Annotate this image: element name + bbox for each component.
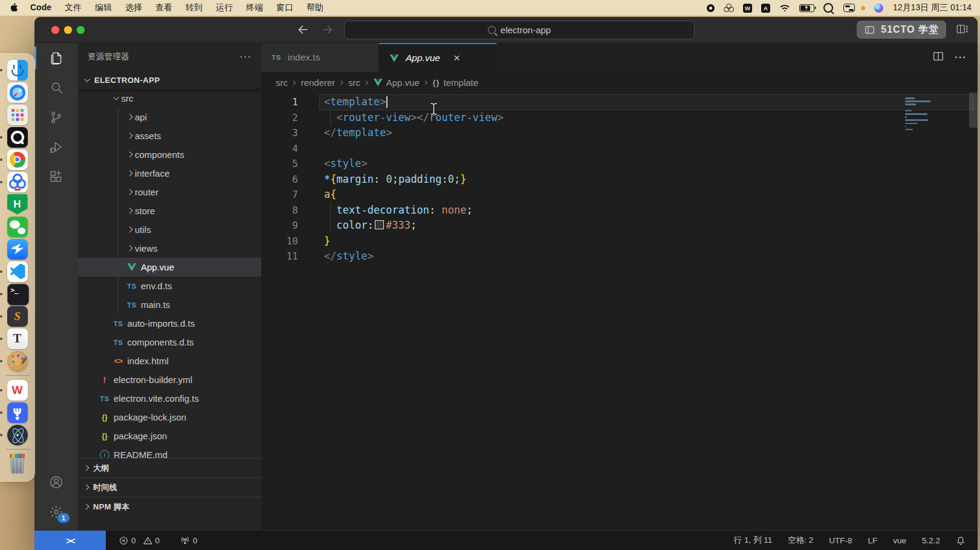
tree-item-views[interactable]: views (78, 239, 261, 258)
dock-item[interactable]: Ψ (7, 402, 28, 423)
tree-item-electron-builder.yml[interactable]: !electron-builder.yml (78, 370, 261, 389)
code-line-1[interactable]: 1<template> (261, 94, 978, 110)
maximize-window-button[interactable] (77, 26, 85, 34)
code-line-11[interactable]: 11</style> (261, 249, 978, 264)
tree-item-api[interactable]: api (78, 108, 261, 126)
menubar-clock[interactable]: 12月13日 周三 01:14 (893, 2, 972, 13)
dock-item[interactable]: W (7, 380, 28, 401)
forward-arrow-icon[interactable] (320, 22, 335, 37)
dock-item[interactable] (7, 149, 28, 170)
tree-item-store[interactable]: store (78, 201, 261, 220)
tree-item-components[interactable]: components (78, 145, 261, 164)
dock-item[interactable] (7, 82, 28, 103)
dock-item[interactable]: T (7, 329, 28, 349)
breadcrumb-item-src[interactable]: src (276, 77, 288, 88)
code-line-8[interactable]: 8 text-decoration: none; (261, 203, 978, 218)
dock-item[interactable] (7, 217, 28, 237)
tree-item-components.d.ts[interactable]: TScomponents.d.ts (78, 333, 261, 352)
menubar-item-Code[interactable]: Code (24, 2, 58, 13)
code-line-5[interactable]: 5<style> (261, 156, 978, 172)
siri-icon[interactable] (874, 4, 883, 13)
code-line-6[interactable]: 6*{margin: 0;padding:0;} (261, 172, 978, 188)
split-editor-icon[interactable] (932, 50, 945, 65)
activitybar-run-debug-icon[interactable] (34, 132, 78, 162)
cursor-position[interactable]: 行 1, 列 11 (734, 535, 773, 546)
tree-item-router[interactable]: router (78, 183, 261, 201)
breadcrumb-item-renderer[interactable]: renderer (301, 77, 336, 88)
sidebar-section-大纲[interactable]: 大纲 (78, 458, 261, 477)
notification-dot-icon[interactable] (861, 6, 865, 10)
dock-item[interactable] (7, 105, 28, 125)
dock-item[interactable] (7, 454, 28, 474)
tree-item-index.html[interactable]: <>index.html (78, 352, 261, 370)
menubar-item-编辑[interactable]: 编辑 (88, 2, 118, 13)
dock-item[interactable] (7, 60, 28, 80)
back-arrow-icon[interactable] (296, 22, 310, 37)
dock-item[interactable] (7, 284, 28, 304)
tree-item-src[interactable]: src (78, 89, 261, 108)
tree-root-electron-app[interactable]: ELECTRON-APP (78, 71, 261, 89)
minimize-window-button[interactable] (64, 26, 72, 34)
notifications-bell-icon[interactable] (956, 535, 965, 545)
code-line-7[interactable]: 7a{ (261, 187, 978, 203)
dock-item[interactable] (7, 425, 28, 445)
menubar-item-文件[interactable]: 文件 (58, 2, 88, 13)
code-line-9[interactable]: 9 color:#333; (261, 218, 978, 234)
problems-indicator[interactable]: 0 0 (119, 536, 160, 545)
close-window-button[interactable] (51, 26, 59, 34)
tree-item-env.d.ts[interactable]: TSenv.d.ts (78, 277, 261, 295)
tree-item-auto-imports.d.ts[interactable]: TSauto-imports.d.ts (78, 314, 261, 333)
activitybar-explorer-icon[interactable] (34, 43, 78, 73)
tree-item-utils[interactable]: utils (78, 220, 261, 239)
breadcrumb-item-template[interactable]: {}template (432, 77, 478, 88)
more-actions-icon[interactable]: ··· (955, 51, 967, 64)
menubar-item-终端[interactable]: 终端 (239, 2, 270, 13)
breadcrumb-item-App.vue[interactable]: App.vue (374, 77, 420, 88)
tab-App.vue[interactable]: App.vue× (379, 43, 497, 72)
code-line-3[interactable]: 3</template> (261, 125, 978, 141)
command-center-search[interactable]: electron-app (344, 21, 695, 39)
dock-item[interactable] (7, 127, 28, 148)
shapes-clover-icon[interactable] (724, 4, 734, 12)
apple-logo-icon[interactable] (8, 3, 24, 13)
menubar-item-窗口[interactable]: 窗口 (270, 2, 300, 13)
dock-item[interactable]: H (7, 194, 28, 215)
customize-layout-icon[interactable] (956, 22, 969, 38)
battery-charging-icon[interactable] (799, 4, 814, 12)
code-line-2[interactable]: 2 <router-view></router-view> (261, 110, 978, 126)
extension-version[interactable]: 5.2.2 (922, 536, 940, 545)
menubar-item-查看[interactable]: 查看 (149, 2, 179, 13)
code-line-4[interactable]: 4 (261, 141, 978, 157)
language-mode[interactable]: vue (893, 536, 906, 545)
code-editor[interactable]: 1<template>2 <router-view></router-view>… (261, 93, 978, 530)
activitybar-source-control-icon[interactable] (34, 102, 78, 132)
control-center-icon[interactable] (843, 4, 855, 12)
activitybar-settings-gear-icon[interactable]: 1 (34, 497, 78, 526)
dock-item[interactable] (7, 261, 28, 282)
menubar-item-选择[interactable]: 选择 (118, 2, 149, 13)
sidebar-section-NPM 脚本[interactable]: NPM 脚本 (78, 497, 261, 516)
tree-item-main.ts[interactable]: TSmain.ts (78, 295, 261, 314)
menubar-item-运行[interactable]: 运行 (209, 2, 239, 13)
activitybar-extensions-icon[interactable] (34, 162, 78, 191)
tree-item-package.json[interactable]: {}package.json (78, 427, 261, 445)
menubar-item-帮助[interactable]: 帮助 (300, 2, 330, 13)
dock-item[interactable] (7, 239, 28, 260)
menubar-item-转到[interactable]: 转到 (179, 2, 209, 13)
code-line-10[interactable]: 10} (261, 234, 978, 249)
tree-item-App.vue[interactable]: App.vue (78, 258, 261, 277)
remote-indicator[interactable]: >< (34, 531, 106, 550)
encoding[interactable]: UTF-8 (829, 536, 852, 545)
breadcrumb-item-src[interactable]: src (348, 77, 360, 88)
ports-indicator[interactable]: 0 (180, 535, 198, 545)
tree-item-package-lock.json[interactable]: {}package-lock.json (78, 408, 261, 427)
input-source-icon[interactable]: A (761, 4, 770, 13)
color-swatch[interactable] (375, 220, 384, 229)
record-icon[interactable] (707, 4, 715, 12)
eol[interactable]: LF (868, 536, 877, 545)
tab-index.ts[interactable]: TSindex.ts (261, 43, 379, 72)
spotlight-search-icon[interactable] (823, 3, 833, 13)
tree-item-electron.vite.config.ts[interactable]: TSelectron.vite.config.ts (78, 389, 261, 408)
wps-menubar-icon[interactable]: W (743, 4, 752, 13)
dock-item[interactable] (7, 172, 28, 192)
